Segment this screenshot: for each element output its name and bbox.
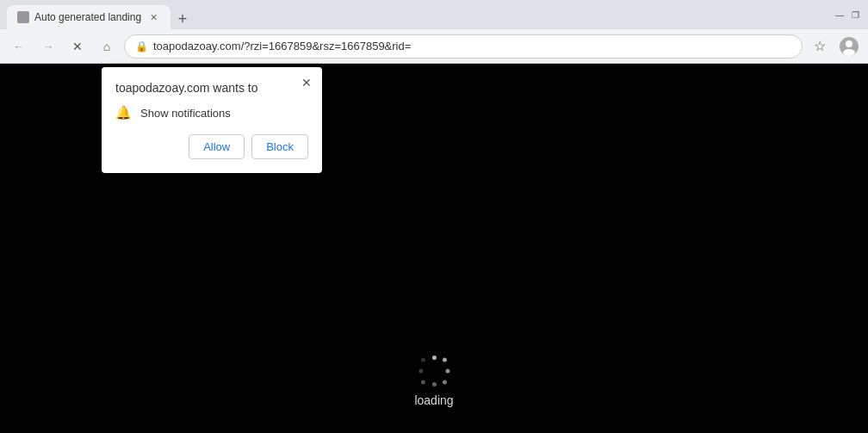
tab-bar: Auto generated landing ✕ + — [7, 0, 193, 29]
back-button[interactable]: ← — [7, 34, 31, 59]
lock-icon: 🔒 — [135, 40, 148, 53]
tab-title: Auto generated landing — [34, 11, 141, 23]
popup-permission: 🔔 Show notifications — [115, 105, 308, 121]
profile-icon — [840, 37, 859, 56]
bookmark-button[interactable]: ☆ — [808, 34, 832, 59]
page-content: ✕ toapodazoay.com wants to 🔔 Show notifi… — [0, 64, 868, 433]
svg-point-1 — [846, 40, 852, 47]
loading-container: loading — [414, 356, 453, 407]
nav-bar: ← → ✕ ⌂ 🔒 toapodazoay.com/?rzi=1667859&r… — [0, 29, 868, 64]
forward-button[interactable]: → — [36, 34, 60, 59]
profile-button[interactable] — [837, 34, 861, 59]
address-bar[interactable]: 🔒 toapodazoay.com/?rzi=1667859&rsz=16678… — [124, 34, 803, 59]
tab-favicon — [17, 11, 29, 23]
popup-close-button[interactable]: ✕ — [298, 74, 315, 91]
loading-text: loading — [414, 393, 453, 407]
address-text: toapodazoay.com/?rzi=1667859&rsz=1667859… — [153, 40, 791, 53]
minimize-button[interactable]: — — [834, 9, 846, 21]
new-tab-button[interactable]: + — [172, 9, 193, 29]
svg-point-2 — [843, 49, 855, 56]
window-controls: — ❐ — [834, 9, 861, 21]
reload-stop-button[interactable]: ✕ — [65, 34, 90, 59]
tab-close-button[interactable]: ✕ — [146, 10, 160, 24]
block-button[interactable]: Block — [251, 134, 308, 159]
popup-title: toapodazoay.com wants to — [115, 81, 308, 95]
allow-button[interactable]: Allow — [189, 134, 245, 159]
active-tab[interactable]: Auto generated landing ✕ — [7, 5, 170, 29]
home-button[interactable]: ⌂ — [95, 34, 119, 59]
permission-text: Show notifications — [140, 107, 231, 120]
title-bar: Auto generated landing ✕ + — ❐ — [0, 0, 868, 29]
loading-spinner — [418, 356, 450, 387]
bell-icon: 🔔 — [115, 105, 132, 121]
notification-popup: ✕ toapodazoay.com wants to 🔔 Show notifi… — [102, 67, 322, 173]
popup-buttons: Allow Block — [115, 134, 308, 159]
maximize-button[interactable]: ❐ — [849, 9, 861, 21]
